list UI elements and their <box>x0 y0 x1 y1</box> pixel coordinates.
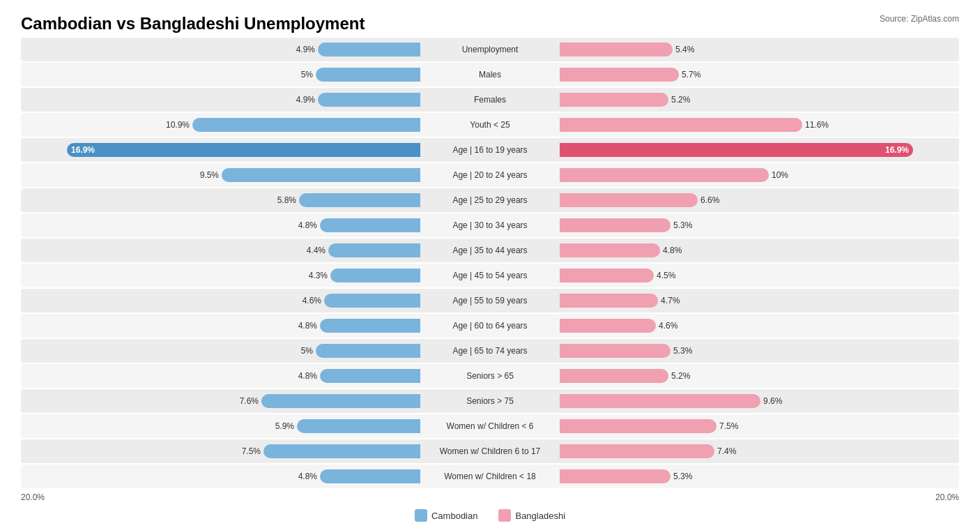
row-label: Unemployment <box>420 45 560 54</box>
bar-right-value: 5.7% <box>682 70 707 80</box>
bar-left-value: 4.8% <box>292 321 317 331</box>
legend-cambodian: Cambodian <box>415 509 478 522</box>
chart-row: 5.8%Age | 25 to 29 years6.6% <box>21 188 959 212</box>
bar-right-value: 16.9% <box>885 145 909 155</box>
bar-left-value: 4.4% <box>300 246 326 255</box>
bar-right-container: 6.6% <box>560 190 959 210</box>
bar-left-container: 4.8% <box>21 216 420 235</box>
row-label: Age | 55 to 59 years <box>420 296 560 306</box>
bar-left-value: 9.5% <box>194 170 219 180</box>
legend-bangladeshi-box <box>498 509 511 522</box>
row-label: Seniors > 65 <box>420 371 560 381</box>
bar-right-value: 4.6% <box>659 321 684 331</box>
bar-left-value: 4.8% <box>292 220 317 230</box>
chart-row: 10.9%Youth < 2511.6% <box>21 113 959 137</box>
bar-left-value: 5.8% <box>271 195 296 205</box>
bar-left-value: 5% <box>288 70 313 80</box>
bar-left-container: 16.9% <box>21 140 420 160</box>
bar-right-value: 5.4% <box>675 45 700 54</box>
chart-container: Cambodian vs Bangladeshi Unemployment So… <box>21 14 959 522</box>
bar-right-value: 5.3% <box>673 220 698 230</box>
bar-right-container: 5.4% <box>560 40 959 59</box>
bar-left-container: 4.9% <box>21 40 420 59</box>
chart-row: 4.8%Seniors > 655.2% <box>21 364 959 388</box>
chart-row: 5%Males5.7% <box>21 63 959 86</box>
bar-right-value: 9.6% <box>763 396 788 406</box>
bar-left-value: 4.9% <box>290 95 315 105</box>
bar-right-value: 7.4% <box>717 446 742 456</box>
bar-left-container: 7.6% <box>21 391 420 411</box>
bar-right-value: 6.6% <box>700 195 726 205</box>
bar-left-value: 7.6% <box>233 396 259 406</box>
bar-left-value: 16.9% <box>71 145 95 155</box>
bar-left-container: 9.5% <box>21 165 420 185</box>
row-label: Age | 16 to 19 years <box>420 145 560 155</box>
bar-left-value: 4.8% <box>292 371 317 381</box>
bar-left-value: 7.5% <box>236 446 261 456</box>
chart-row: 4.8%Age | 30 to 34 years5.3% <box>21 213 959 237</box>
bar-left-value: 5.9% <box>269 421 294 431</box>
row-label: Females <box>420 95 560 105</box>
row-label: Males <box>420 70 560 80</box>
bar-right-container: 4.5% <box>560 266 959 285</box>
axis-right-label: 20.0% <box>935 492 959 502</box>
chart-row: 7.6%Seniors > 759.6% <box>21 389 959 413</box>
bar-right-container: 10% <box>560 165 959 185</box>
bar-right-container: 11.6% <box>560 115 959 135</box>
bar-left-container: 5% <box>21 65 420 84</box>
bar-right-value: 4.7% <box>661 296 686 306</box>
axis-row: 20.0% 20.0% <box>21 492 959 502</box>
bar-right-container: 7.5% <box>560 416 959 436</box>
row-label: Age | 60 to 64 years <box>420 321 560 331</box>
chart-row: 9.5%Age | 20 to 24 years10% <box>21 163 959 187</box>
bar-right-container: 5.3% <box>560 216 959 235</box>
chart-row: 4.9%Females5.2% <box>21 88 959 112</box>
bar-right-container: 5.2% <box>560 366 959 386</box>
chart-row: 4.9%Unemployment5.4% <box>21 38 959 61</box>
bar-right-container: 4.8% <box>560 241 959 260</box>
chart-row: 4.8%Age | 60 to 64 years4.6% <box>21 314 959 338</box>
bar-right-value: 5.2% <box>671 371 696 381</box>
axis-left-label: 20.0% <box>21 492 45 502</box>
chart-row: 4.6%Age | 55 to 59 years4.7% <box>21 289 959 312</box>
row-label: Age | 20 to 24 years <box>420 170 560 180</box>
legend-bangladeshi-label: Bangladeshi <box>515 511 565 521</box>
bar-right-value: 7.5% <box>719 421 744 431</box>
bar-right-value: 5.2% <box>671 95 696 105</box>
bar-left-container: 10.9% <box>21 115 420 135</box>
row-label: Age | 65 to 74 years <box>420 346 560 356</box>
chart-row: 7.5%Women w/ Children 6 to 177.4% <box>21 439 959 463</box>
chart-row: 4.4%Age | 35 to 44 years4.8% <box>21 239 959 262</box>
bar-right-container: 5.3% <box>560 341 959 361</box>
bar-left-value: 5% <box>288 346 313 356</box>
bar-left-container: 7.5% <box>21 442 420 461</box>
bar-left-value: 4.3% <box>303 271 328 280</box>
bar-left-container: 4.8% <box>21 366 420 386</box>
bar-left-container: 4.6% <box>21 291 420 310</box>
bar-right-container: 16.9% <box>560 140 959 160</box>
row-label: Women w/ Children < 18 <box>420 472 560 481</box>
bar-left-container: 4.4% <box>21 241 420 260</box>
bar-right-container: 7.4% <box>560 442 959 461</box>
legend-cambodian-label: Cambodian <box>431 511 478 521</box>
bar-right-value: 5.3% <box>673 472 698 481</box>
row-label: Age | 45 to 54 years <box>420 271 560 280</box>
bar-right-value: 4.5% <box>657 271 682 280</box>
row-label: Women w/ Children 6 to 17 <box>420 446 560 456</box>
legend-bangladeshi: Bangladeshi <box>498 509 565 522</box>
bar-left-container: 4.9% <box>21 90 420 110</box>
bar-left-container: 5.9% <box>21 416 420 436</box>
bar-left-container: 5% <box>21 341 420 361</box>
bar-right-value: 11.6% <box>805 120 830 130</box>
bar-right-value: 10% <box>772 170 797 180</box>
bar-right-container: 4.6% <box>560 316 959 335</box>
row-label: Age | 35 to 44 years <box>420 246 560 255</box>
chart-title: Cambodian vs Bangladeshi Unemployment <box>21 14 365 33</box>
row-label: Women w/ Children < 6 <box>420 421 560 431</box>
bar-right-container: 9.6% <box>560 391 959 411</box>
chart-row: 16.9%Age | 16 to 19 years16.9% <box>21 138 959 162</box>
legend: Cambodian Bangladeshi <box>21 509 959 522</box>
bar-right-container: 4.7% <box>560 291 959 310</box>
bar-right-container: 5.3% <box>560 467 959 486</box>
bar-right-value: 5.3% <box>673 346 698 356</box>
